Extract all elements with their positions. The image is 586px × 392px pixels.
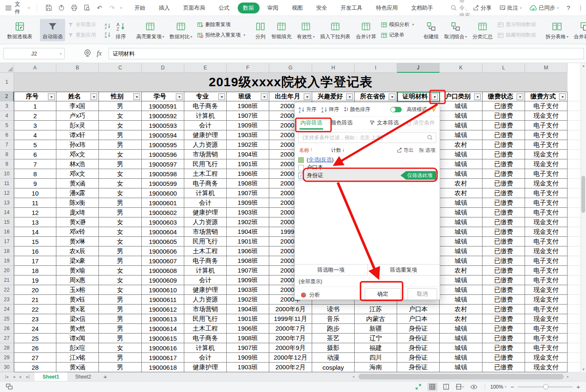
menu-tab-特色应用[interactable]: 特色应用 bbox=[371, 3, 403, 13]
ribbon-button-删除重复项[interactable]: 删除重复项 bbox=[197, 21, 245, 28]
cell-r28-cL[interactable]: 已缴费 bbox=[483, 343, 525, 353]
cell-r11-cE[interactable]: 电子商务 bbox=[184, 179, 227, 188]
more-menu-icon[interactable]: ⋮ bbox=[575, 5, 586, 11]
cell-r11-cL[interactable]: 已缴费 bbox=[483, 179, 525, 188]
scroll-down-icon[interactable]: ▼ bbox=[582, 368, 585, 371]
cell-r9-cK[interactable]: 城镇 bbox=[440, 159, 483, 169]
cell-r8-cA[interactable]: 6 bbox=[14, 150, 56, 159]
cell-r27-cM[interactable]: 电子支付 bbox=[525, 334, 567, 343]
hscroll-right-icon[interactable]: ▸ bbox=[567, 375, 569, 379]
cell-r12-cF[interactable]: 1907班 bbox=[227, 188, 269, 198]
filter-button-序号[interactable]: ▼ bbox=[48, 93, 55, 100]
cell-r19-cK[interactable]: 城镇 bbox=[440, 256, 483, 266]
column-header-A[interactable]: A bbox=[14, 63, 56, 73]
hamburger-icon[interactable] bbox=[5, 5, 12, 11]
menu-tab-视图[interactable]: 视图 bbox=[286, 3, 308, 13]
row-header-29[interactable]: 29 bbox=[0, 353, 14, 363]
ribbon-button-重新应用[interactable]: 重新应用 bbox=[68, 32, 96, 39]
row-header-1[interactable]: 1 bbox=[0, 73, 14, 92]
cell-r3-cF[interactable]: 1908班 bbox=[227, 101, 269, 111]
menu-tab-插入[interactable]: 插入 bbox=[154, 3, 175, 13]
cell-r7-cB[interactable]: 孙x玮 bbox=[56, 140, 99, 150]
sort-az-icon[interactable]: AZ bbox=[104, 22, 111, 29]
tab-content-filter[interactable]: 内容筛选 bbox=[300, 116, 323, 130]
menu-tab-开始[interactable]: 开始 bbox=[129, 3, 151, 13]
cell-r25-cA[interactable]: 23 bbox=[14, 314, 56, 324]
cell-r20-cM[interactable]: 电子支付 bbox=[525, 266, 567, 275]
row-header-25[interactable]: 25 bbox=[0, 314, 14, 324]
cell-r13-cB[interactable]: 陈x衡 bbox=[56, 198, 99, 208]
cell-r15-cA[interactable]: 13 bbox=[14, 217, 56, 227]
cell-r28-cM[interactable]: 电子支付 bbox=[525, 343, 567, 353]
cell-r26-cD[interactable]: 19000614 bbox=[142, 324, 184, 334]
cell-r15-cE[interactable]: 人力资源 bbox=[184, 217, 227, 227]
cell-r16-cK[interactable]: 城镇 bbox=[440, 227, 483, 237]
cell-r28-cG[interactable]: 2000年9月 bbox=[269, 343, 312, 353]
filter-button-兴趣爱好[interactable]: ▼ bbox=[346, 93, 353, 100]
cell-r29-cL[interactable]: 已缴费 bbox=[483, 353, 525, 363]
cell-r23-cL[interactable]: 已缴费 bbox=[483, 295, 525, 305]
cell-r3-cE[interactable]: 电子商务 bbox=[184, 101, 227, 111]
cell-r17-cF[interactable]: 1901班 bbox=[227, 237, 269, 246]
cell-r13-cE[interactable]: 会计 bbox=[184, 198, 227, 208]
ribbon-button-创建组[interactable]: 创建组 bbox=[421, 19, 441, 41]
cell-r25-cI[interactable]: 内蒙古 bbox=[355, 314, 397, 324]
cell-r17-cE[interactable]: 民用飞行 bbox=[184, 237, 227, 246]
cell-r22-cA[interactable]: 20 bbox=[14, 285, 56, 295]
cell-r10-cF[interactable]: 1906班 bbox=[227, 169, 269, 179]
column-header-H[interactable]: H bbox=[312, 63, 355, 73]
cell-r25-cJ[interactable]: 户口本 bbox=[397, 314, 440, 324]
cell-r26-cI[interactable]: 新疆 bbox=[355, 324, 397, 334]
cell-r4-cL[interactable]: 已缴费 bbox=[483, 111, 525, 121]
cell-r20-cA[interactable]: 18 bbox=[14, 266, 56, 275]
cell-r26-cF[interactable]: 1906班 bbox=[227, 324, 269, 334]
cell-r12-cK[interactable]: 农村 bbox=[440, 188, 483, 198]
cell-r18-cD[interactable]: 19000606 bbox=[142, 246, 184, 256]
cell-r28-cA[interactable]: 26 bbox=[14, 343, 56, 353]
cell-r9-cB[interactable]: 林x浩 bbox=[56, 159, 99, 169]
filter-button-性别[interactable]: ▼ bbox=[133, 93, 140, 100]
cell-r27-cG[interactable]: 2000年7月 bbox=[269, 334, 312, 343]
cell-r24-cM[interactable]: 电子支付 bbox=[525, 305, 567, 314]
filter-button-姓名[interactable]: ▼ bbox=[90, 93, 97, 100]
row-header-26[interactable]: 26 bbox=[0, 324, 14, 334]
filter-search-box[interactable] bbox=[298, 132, 436, 143]
cell-r18-cE[interactable]: 土木工程 bbox=[184, 246, 227, 256]
header-cell-所在省份[interactable]: 所在省份▼ bbox=[355, 92, 397, 101]
row-header-20[interactable]: 20 bbox=[0, 266, 14, 275]
cell-r14-cE[interactable]: 健康护理 bbox=[184, 208, 227, 217]
cell-r26-cE[interactable]: 土木工程 bbox=[184, 324, 227, 334]
cell-r15-cL[interactable]: 已缴费 bbox=[483, 217, 525, 227]
cell-r4-cE[interactable]: 计算机 bbox=[184, 111, 227, 121]
ribbon-button-高亮重复项[interactable]: 高亮重复项▾ bbox=[134, 19, 167, 41]
header-cell-序号[interactable]: 序号▼ bbox=[14, 92, 56, 101]
cell-r18-cB[interactable]: 农x辰 bbox=[56, 246, 99, 256]
cell-r22-cK[interactable]: 城镇 bbox=[440, 285, 483, 295]
ribbon-button-模拟分析[interactable]: 模拟分析▾ bbox=[381, 21, 414, 28]
cell-r4-cK[interactable]: 城镇 bbox=[440, 111, 483, 121]
cell-r24-cB[interactable]: 黄x茗 bbox=[56, 305, 99, 314]
cell-r19-cF[interactable]: 1908班 bbox=[227, 256, 269, 266]
cell-r25-cG[interactable]: 1999年11月 bbox=[269, 314, 312, 324]
filter-button-所在省份[interactable]: ▼ bbox=[389, 93, 395, 100]
row-header-3[interactable]: 3 bbox=[0, 101, 14, 111]
cell-r26-cM[interactable]: 电子支付 bbox=[525, 324, 567, 334]
ribbon-button-自动筛选[interactable]: 自动筛选 bbox=[40, 19, 65, 41]
cell-r10-cL[interactable]: 已缴费 bbox=[483, 169, 525, 179]
cell-r20-cE[interactable]: 计算机 bbox=[184, 266, 227, 275]
row-header-17[interactable]: 17 bbox=[0, 237, 14, 246]
cell-r20-cB[interactable]: 黄x瑜 bbox=[56, 266, 99, 275]
cell-r3-cA[interactable]: 1 bbox=[14, 101, 56, 111]
sort-descending-button[interactable]: ZA 降序 bbox=[321, 106, 339, 113]
row-header-24[interactable]: 24 bbox=[0, 305, 14, 314]
cell-r24-cG[interactable]: 2000年6月 bbox=[269, 305, 312, 314]
cell-r21-cK[interactable]: 城镇 bbox=[440, 275, 483, 285]
filter-button-专业[interactable]: ▼ bbox=[218, 93, 225, 100]
sort-by-color-button[interactable]: 颜色排序 bbox=[344, 106, 370, 113]
redo-icon[interactable]: ↷ bbox=[107, 3, 117, 13]
cell-r16-cL[interactable]: 已缴费 bbox=[483, 227, 525, 237]
cell-r26-cG[interactable]: 2000年7月 bbox=[269, 324, 312, 334]
cell-r26-cA[interactable]: 24 bbox=[14, 324, 56, 334]
sort-by-name-button[interactable]: 名称↑ bbox=[299, 147, 313, 154]
cell-r24-cA[interactable]: 22 bbox=[14, 305, 56, 314]
